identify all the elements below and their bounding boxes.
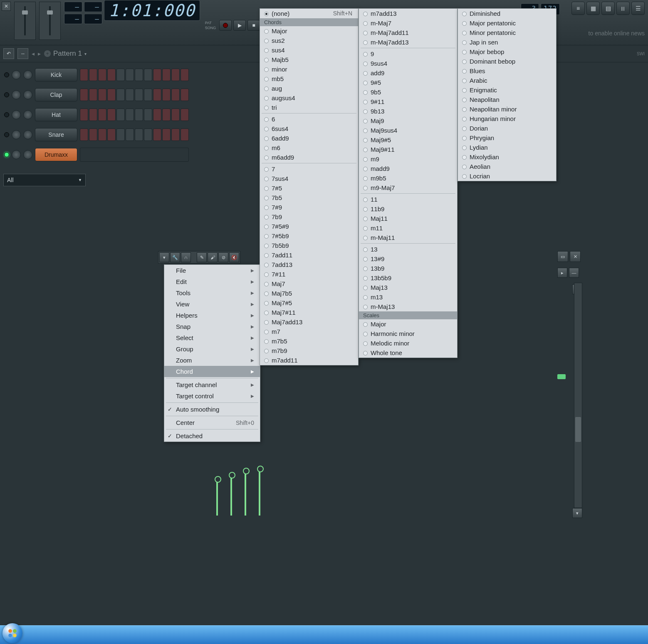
wrench-icon[interactable]: 🔧 bbox=[170, 252, 180, 262]
channel-led[interactable] bbox=[4, 112, 9, 117]
chord-option-maj7b5[interactable]: Maj7b5 bbox=[260, 289, 358, 298]
stop-icon[interactable]: — bbox=[569, 268, 579, 278]
chord-option-13b5b9[interactable]: 13b5b9 bbox=[359, 273, 457, 283]
paint-icon[interactable]: 🖌 bbox=[208, 252, 218, 262]
menu-item-tools[interactable]: Tools▶ bbox=[164, 287, 260, 299]
chord-option-major-bebop[interactable]: Major bebop bbox=[458, 47, 556, 57]
chord-option-whole-tone[interactable]: Whole tone bbox=[359, 348, 457, 358]
chord-option-neapolitan-minor[interactable]: Neapolitan minor bbox=[458, 104, 556, 114]
chord-option-lydian[interactable]: Lydian bbox=[458, 143, 556, 152]
chord-option-9-11[interactable]: 9#11 bbox=[359, 97, 457, 106]
chord-option-jap-in-sen[interactable]: Jap in sen bbox=[458, 37, 556, 47]
chord-option-9b13[interactable]: 9b13 bbox=[359, 106, 457, 116]
chord-option-7b5b9[interactable]: 7b5b9 bbox=[260, 241, 358, 250]
start-button[interactable] bbox=[2, 623, 22, 643]
chord-option-m7b5[interactable]: m7b5 bbox=[260, 336, 358, 346]
song-position-lcd[interactable]: 1:01:000 bbox=[104, 0, 200, 21]
erase-icon[interactable]: ⊘ bbox=[218, 252, 228, 262]
chord-option-m9-maj7[interactable]: m9-Maj7 bbox=[359, 183, 457, 192]
menu-item-detached[interactable]: Detached bbox=[164, 430, 260, 442]
chord-option-13[interactable]: 13 bbox=[359, 244, 457, 254]
chord-option-harmonic-minor[interactable]: Harmonic minor bbox=[359, 329, 457, 338]
chord-option-maj9-11[interactable]: Maj9#11 bbox=[359, 145, 457, 154]
chord-option-7b9[interactable]: 7b9 bbox=[260, 212, 358, 222]
chord-option-blues[interactable]: Blues bbox=[458, 66, 556, 76]
menu-item-file[interactable]: File▶ bbox=[164, 265, 260, 276]
chord-option-m9[interactable]: m9 bbox=[359, 154, 457, 164]
chord-option-sus4[interactable]: sus4 bbox=[260, 45, 358, 55]
chord-option-m7add13[interactable]: m7add13 bbox=[359, 9, 457, 18]
chord-option-mixolydian[interactable]: Mixolydian bbox=[458, 152, 556, 162]
chord-option-11b9[interactable]: 11b9 bbox=[359, 204, 457, 214]
channel-vol[interactable] bbox=[23, 70, 32, 79]
chord-option-13b9[interactable]: 13b9 bbox=[359, 264, 457, 273]
menu-item-group[interactable]: Group▶ bbox=[164, 343, 260, 355]
menu-item-target-channel[interactable]: Target channel▶ bbox=[164, 379, 260, 390]
settings-icon[interactable]: ☰ bbox=[631, 2, 645, 15]
channel-vol[interactable] bbox=[23, 110, 32, 119]
chord-option-7-9[interactable]: 7#9 bbox=[260, 202, 358, 212]
pat-song-switch[interactable]: PAT SONG bbox=[205, 20, 216, 30]
chord-option-neapolitan[interactable]: Neapolitan bbox=[458, 95, 556, 104]
mixer-icon[interactable]: ⫼ bbox=[616, 2, 630, 15]
channel-led[interactable] bbox=[4, 92, 9, 97]
chord-option-9[interactable]: 9 bbox=[359, 49, 457, 59]
chord-option-m13[interactable]: m13 bbox=[359, 292, 457, 302]
chord-option-7-5b9[interactable]: 7#5b9 bbox=[260, 231, 358, 241]
channel-led[interactable] bbox=[4, 132, 9, 137]
browser-filter-dropdown[interactable]: All▼ bbox=[3, 174, 86, 186]
windows-taskbar[interactable] bbox=[0, 625, 648, 644]
chord-option-9b5[interactable]: 9b5 bbox=[359, 87, 457, 97]
chord-option-7-5-9[interactable]: 7#5#9 bbox=[260, 222, 358, 231]
channel-led[interactable] bbox=[4, 152, 9, 157]
chord-option-6[interactable]: 6 bbox=[260, 114, 358, 124]
chord-option-9sus4[interactable]: 9sus4 bbox=[359, 59, 457, 68]
menu-item-chord[interactable]: Chord▶ bbox=[164, 366, 260, 377]
menu-item-zoom[interactable]: Zoom▶ bbox=[164, 355, 260, 366]
chord-option-m-maj7add13[interactable]: m-Maj7add13 bbox=[359, 37, 457, 47]
chord-option-9-5[interactable]: 9#5 bbox=[359, 78, 457, 87]
minimize-icon[interactable]: ▭ bbox=[557, 251, 568, 262]
chord-option-7sus4[interactable]: 7sus4 bbox=[260, 174, 358, 183]
chord-option-majb5[interactable]: Majb5 bbox=[260, 55, 358, 64]
chord-option-add9[interactable]: add9 bbox=[359, 68, 457, 78]
chord-option-m9b5[interactable]: m9b5 bbox=[359, 173, 457, 183]
chord-option-mb5[interactable]: mb5 bbox=[260, 74, 358, 84]
chord-option-m-maj7[interactable]: m-Maj7 bbox=[359, 18, 457, 28]
chord-option-madd9[interactable]: madd9 bbox=[359, 164, 457, 173]
tool-box-1[interactable]: -- bbox=[17, 48, 28, 59]
record-button[interactable] bbox=[219, 20, 232, 31]
chord-option-maj9[interactable]: Maj9 bbox=[359, 116, 457, 126]
chord-option-7add11[interactable]: 7add11 bbox=[260, 250, 358, 260]
chord-option-m-maj11[interactable]: m-Maj11 bbox=[359, 233, 457, 242]
close-icon[interactable]: ✕ bbox=[570, 251, 581, 262]
channel-led[interactable] bbox=[4, 72, 9, 77]
chord-option-m6add9[interactable]: m6add9 bbox=[260, 153, 358, 162]
menu-item-edit[interactable]: Edit▶ bbox=[164, 276, 260, 287]
mini-preview[interactable] bbox=[80, 148, 189, 162]
chord-option-major[interactable]: Major bbox=[260, 26, 358, 36]
chord-option-phrygian[interactable]: Phrygian bbox=[458, 133, 556, 143]
channel-vol[interactable] bbox=[23, 130, 32, 139]
chord-option-7-5[interactable]: 7#5 bbox=[260, 183, 358, 193]
chord-option-m7[interactable]: m7 bbox=[260, 327, 358, 336]
chord-option-minor-pentatonic[interactable]: Minor pentatonic bbox=[458, 28, 556, 37]
chord-option-maj9-5[interactable]: Maj9#5 bbox=[359, 135, 457, 145]
channel-button[interactable]: Clap bbox=[35, 88, 77, 101]
menu-item-target-control[interactable]: Target control▶ bbox=[164, 390, 260, 402]
channel-vol[interactable] bbox=[23, 90, 32, 99]
draw-icon[interactable]: ✎ bbox=[197, 252, 207, 262]
channel-pan[interactable] bbox=[12, 150, 21, 159]
play-button[interactable]: ▶ bbox=[233, 20, 246, 31]
menu-item-snap[interactable]: Snap▶ bbox=[164, 321, 260, 332]
menu-item-center[interactable]: CenterShift+0 bbox=[164, 417, 260, 428]
chord-option-6sus4[interactable]: 6sus4 bbox=[260, 124, 358, 133]
chord-option-maj7-11[interactable]: Maj7#11 bbox=[260, 308, 358, 317]
undo-button[interactable]: ↶ bbox=[3, 48, 14, 59]
chord-option-maj11[interactable]: Maj11 bbox=[359, 214, 457, 223]
channel-pan[interactable] bbox=[12, 110, 21, 119]
step-row[interactable] bbox=[80, 89, 189, 101]
chord-option-aug[interactable]: aug bbox=[260, 84, 358, 93]
chord-option-augsus4[interactable]: augsus4 bbox=[260, 93, 358, 103]
menu-item-helpers[interactable]: Helpers▶ bbox=[164, 310, 260, 321]
